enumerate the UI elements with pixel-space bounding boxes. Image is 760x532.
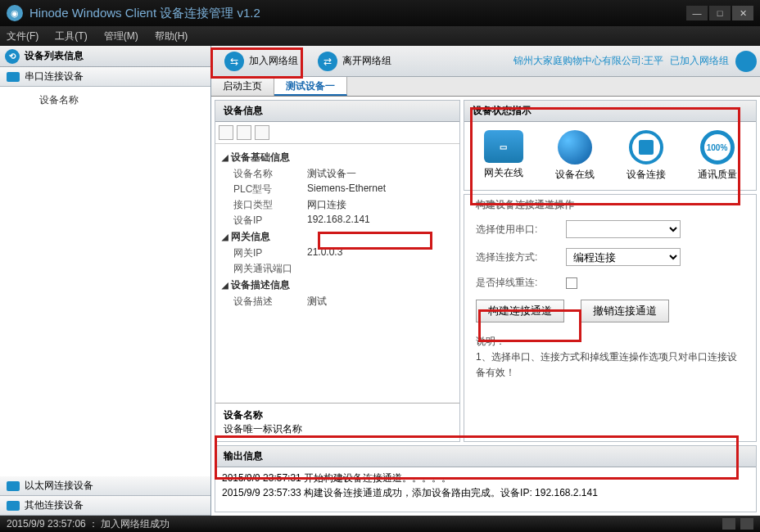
- status-connect-label: 设备连接: [627, 168, 666, 182]
- section-other[interactable]: 其他连接设备: [0, 496, 210, 516]
- section-serial[interactable]: 串口连接设备: [0, 67, 210, 87]
- close-button[interactable]: ✕: [732, 6, 753, 20]
- tabs: 启动主页 测试设备一: [211, 77, 760, 97]
- v-gwport: [307, 262, 453, 276]
- status-quality: 100% 通讯质量: [698, 130, 737, 182]
- channel-title: 构建设备连接通道操作: [476, 198, 744, 212]
- join-label: 加入网络组: [249, 54, 298, 68]
- statusbar: 2015/9/9 23:57:06 ： 加入网络组成功: [0, 516, 760, 532]
- menubar: 文件(F) 工具(T) 管理(M) 帮助(H): [0, 26, 760, 46]
- k-desc: 设备描述: [233, 295, 307, 309]
- status-title: 设备状态指示: [464, 101, 756, 122]
- status-connect: 设备连接: [627, 130, 666, 182]
- join-icon: ⇆: [224, 52, 244, 71]
- quality-icon: 100%: [700, 130, 735, 165]
- ethernet-icon: [7, 481, 20, 491]
- note-text: 1、选择串口、连接方式和掉线重连操作选项只对串口连接设备有效！: [476, 349, 744, 381]
- sidebar-title: 设备列表信息: [25, 49, 84, 63]
- k-plc: PLC型号: [233, 183, 307, 196]
- section-serial-label: 串口连接设备: [25, 70, 84, 83]
- leave-label: 离开网络组: [342, 54, 391, 68]
- cancel-channel-button[interactable]: 撤销连接通道: [581, 300, 669, 322]
- method-select-label: 选择连接方式:: [476, 250, 558, 264]
- tray-icon-2[interactable]: [740, 518, 753, 530]
- prop-toolbar: [215, 122, 459, 144]
- v-iface: 网口连接: [307, 198, 453, 212]
- section-ethernet-label: 以太网连接设备: [25, 479, 93, 493]
- build-channel-button[interactable]: 构建连接通道: [476, 300, 564, 322]
- tab-test-device[interactable]: 测试设备一: [274, 77, 347, 96]
- prop-page-icon[interactable]: [255, 125, 269, 140]
- serial-select[interactable]: [566, 220, 681, 238]
- group-basic[interactable]: 设备基础信息: [222, 149, 453, 166]
- v-plc: Siemens-Ethernet: [307, 183, 453, 196]
- method-select[interactable]: 编程连接: [566, 248, 681, 266]
- leave-network-button[interactable]: ⇄ 离开网络组: [308, 48, 401, 74]
- status-online: 设备在线: [555, 130, 595, 182]
- group-desc[interactable]: 设备描述信息: [222, 277, 453, 294]
- prop-sort-icon[interactable]: [237, 125, 251, 140]
- status-time: 2015/9/9 23:57:06: [7, 518, 86, 530]
- device-tree[interactable]: 设备名称: [0, 87, 210, 476]
- v-name: 测试设备一: [307, 167, 453, 181]
- status-sep: ：: [88, 517, 98, 531]
- k-gwip: 网关IP: [233, 246, 307, 260]
- v-desc: 测试: [307, 295, 453, 309]
- connect-icon: [629, 130, 663, 165]
- k-name: 设备名称: [233, 167, 307, 181]
- name-section-sub: 设备唯一标识名称: [224, 422, 451, 436]
- section-other-label: 其他连接设备: [25, 498, 84, 512]
- tree-root-label: 设备名称: [39, 94, 79, 106]
- leave-icon: ⇄: [318, 52, 337, 71]
- join-network-button[interactable]: ⇆ 加入网络组: [215, 48, 308, 74]
- prop-cat-icon[interactable]: [219, 125, 233, 140]
- device-info-panel: 设备信息 设备基础信息 设备名称测试设备一 PLC型号Siemens-Ether…: [215, 100, 460, 442]
- output-panel: 输出信息 2015/9/9 23:57:31 开始构建设备连接通道。。。。。 2…: [215, 445, 757, 512]
- menu-file[interactable]: 文件(F): [7, 29, 38, 43]
- output-line2: 2015/9/9 23:57:33 构建设备连接通道成功，添加设备路由完成。设备…: [222, 485, 749, 500]
- reconnect-label: 是否掉线重连:: [476, 276, 558, 290]
- status-quality-label: 通讯质量: [698, 168, 737, 182]
- join-status: 已加入网络组: [670, 54, 729, 68]
- menu-manage[interactable]: 管理(M): [104, 29, 138, 43]
- refresh-icon[interactable]: ⟲: [5, 49, 20, 64]
- section-ethernet[interactable]: 以太网连接设备: [0, 476, 210, 496]
- v-ip: 192.168.2.141: [307, 214, 453, 228]
- output-line1: 2015/9/9 23:57:31 开始构建设备连接通道。。。。。: [222, 471, 749, 485]
- serial-icon: [7, 72, 20, 82]
- tray-icon-1[interactable]: [722, 518, 735, 530]
- status-online-label: 设备在线: [555, 168, 595, 182]
- window-title: Hinode Windows Client 设备连接管理 v1.2: [29, 6, 260, 21]
- status-gateway: ▭ 网关在线: [484, 130, 523, 182]
- gateway-online-icon: ▭: [484, 130, 523, 163]
- k-gwport: 网关通讯端口: [233, 262, 307, 276]
- menu-tools[interactable]: 工具(T): [55, 29, 87, 43]
- output-title: 输出信息: [215, 446, 756, 467]
- minimize-button[interactable]: —: [686, 6, 708, 20]
- org-label: 锦州大家庭购物中心有限公司:王平: [513, 54, 663, 68]
- reconnect-checkbox[interactable]: [566, 277, 577, 289]
- titlebar: ◉ Hinode Windows Client 设备连接管理 v1.2 — □ …: [0, 0, 760, 26]
- globe-icon: [558, 130, 592, 165]
- maximize-button[interactable]: □: [709, 6, 731, 20]
- user-avatar-icon[interactable]: [735, 51, 757, 72]
- note-title: 说明：: [476, 334, 744, 349]
- status-gateway-label: 网关在线: [484, 166, 523, 180]
- sidebar-header: ⟲ 设备列表信息: [0, 46, 210, 67]
- tab-start[interactable]: 启动主页: [211, 77, 274, 96]
- status-msg: 加入网络组成功: [101, 517, 170, 531]
- device-info-title: 设备信息: [215, 101, 459, 122]
- name-section-title: 设备名称: [224, 408, 451, 422]
- serial-select-label: 选择使用串口:: [476, 223, 558, 237]
- menu-help[interactable]: 帮助(H): [155, 29, 188, 43]
- sidebar: ⟲ 设备列表信息 串口连接设备 设备名称 以太网连接设备 其他连接设备: [0, 46, 211, 516]
- channel-panel: 构建设备连接通道操作 选择使用串口: 选择连接方式: 编程连接 是否掉线重连:: [464, 194, 757, 442]
- v-gwip: 21.0.0.3: [307, 246, 453, 260]
- k-ip: 设备IP: [233, 214, 307, 228]
- k-iface: 接口类型: [233, 198, 307, 212]
- toolbar: ⇆ 加入网络组 ⇄ 离开网络组 锦州大家庭购物中心有限公司:王平 已加入网络组: [211, 46, 760, 77]
- group-gateway[interactable]: 网关信息: [222, 228, 453, 246]
- status-panel: 设备状态指示 ▭ 网关在线 设备在线 设备连接: [464, 100, 757, 191]
- app-icon: ◉: [7, 5, 23, 21]
- content: ⇆ 加入网络组 ⇄ 离开网络组 锦州大家庭购物中心有限公司:王平 已加入网络组 …: [211, 46, 760, 516]
